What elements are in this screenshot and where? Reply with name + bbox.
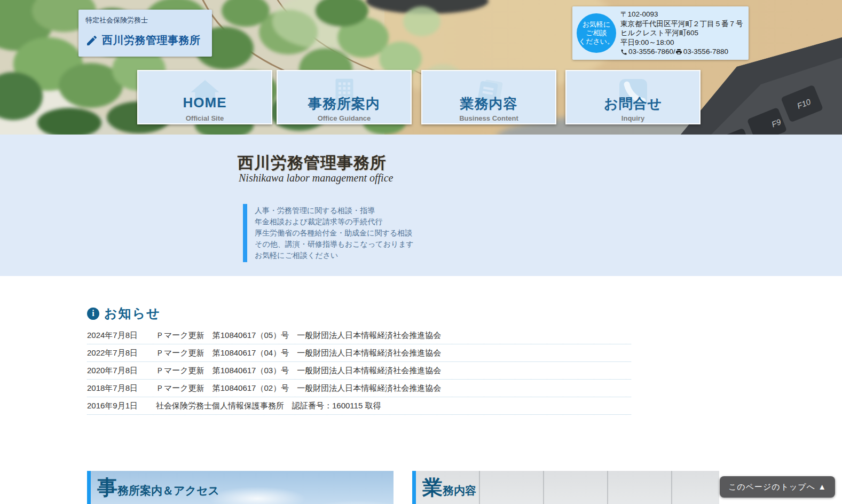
address-line2: ヒルクレスト平河町605 <box>620 28 743 38</box>
section-title-lead-char: 業 <box>422 476 443 499</box>
news-date: 2016年9月1日 <box>87 401 156 411</box>
news-text: Ｐマーク更新 第10840617（03）号 一般財団法人日本情報経済社会推進協会 <box>156 366 631 376</box>
logo-office-name: 西川労務管理事務所 <box>102 33 201 48</box>
postal-code: 〒102-0093 <box>620 10 743 19</box>
pencil-icon <box>85 34 98 47</box>
fax-icon <box>675 49 683 56</box>
news-row: 2018年7月8日 Ｐマーク更新 第10840617（02）号 一般財団法人日本… <box>87 380 631 397</box>
nav-home-label: HOME <box>138 94 271 111</box>
nav-home-button[interactable]: HOME Official Site <box>137 70 272 124</box>
page-subtitle: Nishikawa labor management office <box>239 172 393 184</box>
news-text: Ｐマーク更新 第10840617（02）号 一般財団法人日本情報経済社会推進協会 <box>156 383 631 393</box>
header-photo: F9 F10 特定社会保険労務士 西川労務管理事務所 お気軽に ご相談 ください… <box>0 0 842 135</box>
back-to-top-button[interactable]: このページのトップへ ▲ <box>720 476 835 498</box>
nav-business-content-label: 業務内容 <box>422 94 555 113</box>
service-item: その他、講演・研修指導もおこなっております <box>255 239 414 250</box>
section-title-rest: 務所案内＆アクセス <box>117 484 219 497</box>
services-list: 人事・労務管理に関する相談・指導 年金相談および裁定請求等の手続代行 厚生労働省… <box>243 204 414 262</box>
page-title: 西川労務管理事務所 <box>238 152 387 174</box>
nav-business-content-button[interactable]: 業務内容 Business Content <box>421 70 556 124</box>
news-list: 2024年7月8日 Ｐマーク更新 第10840617（05）号 一般財団法人日本… <box>87 327 631 415</box>
logo-qualification: 特定社会保険労務士 <box>85 15 148 25</box>
section-business-content-title: 業務内容 <box>422 474 476 501</box>
phone-receiver-icon <box>620 49 628 56</box>
section-title-lead-char: 事 <box>97 476 117 499</box>
site-logo[interactable]: 特定社会保険労務士 西川労務管理事務所 <box>78 10 212 57</box>
fax-number: 03-3556-7880 <box>683 47 728 57</box>
consultation-badge: お気軽に ご相談 ください。 <box>577 13 616 53</box>
hero-band: 西川労務管理事務所 Nishikawa labor management off… <box>0 135 842 276</box>
news-text: 社会保険労務士個人情報保護事務所 認証番号：1600115 取得 <box>156 401 631 411</box>
section-office-access: 事務所案内＆アクセス <box>87 471 394 504</box>
address-line1: 東京都千代田区平河町２丁目５番７号 <box>620 19 743 29</box>
nav-inquiry-sublabel: Inquiry <box>566 114 699 122</box>
news-date: 2024年7月8日 <box>87 330 156 341</box>
news-heading-label: お知らせ <box>104 305 161 322</box>
nav-office-guidance-sublabel: Office Guidance <box>278 114 411 122</box>
info-icon: i <box>87 308 99 320</box>
nav-business-content-sublabel: Business Content <box>422 114 555 122</box>
news-row: 2016年9月1日 社会保険労務士個人情報保護事務所 認証番号：1600115 … <box>87 397 631 415</box>
nav-inquiry-button[interactable]: お問合せ Inquiry <box>565 70 701 124</box>
business-hours: 平日9:00～18:00 <box>620 38 743 48</box>
nav-office-guidance-label: 事務所案内 <box>278 94 411 113</box>
news-heading: i お知らせ <box>87 305 161 322</box>
nav-office-guidance-button[interactable]: 事務所案内 Office Guidance <box>277 70 412 124</box>
news-text: Ｐマーク更新 第10840617（04）号 一般財団法人日本情報経済社会推進協会 <box>156 348 631 358</box>
news-text: Ｐマーク更新 第10840617（05）号 一般財団法人日本情報経済社会推進協会 <box>156 330 631 341</box>
news-row: 2022年7月8日 Ｐマーク更新 第10840617（04）号 一般財団法人日本… <box>87 344 631 362</box>
section-title-rest: 務内容 <box>443 484 476 497</box>
news-date: 2022年7月8日 <box>87 348 156 358</box>
phone-number: 03-3556-7860 <box>628 47 673 57</box>
service-item: 厚生労働省の各種給付金・助成金に関する相談 <box>255 227 414 239</box>
service-item: 人事・労務管理に関する相談・指導 <box>255 205 414 216</box>
nav-inquiry-label: お問合せ <box>566 94 699 113</box>
section-business-content: 業務内容 <box>412 471 719 504</box>
nav-home-sublabel: Official Site <box>138 114 271 122</box>
news-row: 2024年7月8日 Ｐマーク更新 第10840617（05）号 一般財団法人日本… <box>87 327 631 344</box>
service-item: お気軽にご相談ください <box>255 250 414 261</box>
news-date: 2020年7月8日 <box>87 366 156 376</box>
contact-info-panel: お気軽に ご相談 ください。 〒102-0093 東京都千代田区平河町２丁目５番… <box>572 6 749 60</box>
section-office-access-title: 事務所案内＆アクセス <box>97 474 219 501</box>
news-row: 2020年7月8日 Ｐマーク更新 第10840617（03）号 一般財団法人日本… <box>87 362 631 380</box>
news-date: 2018年7月8日 <box>87 383 156 393</box>
service-item: 年金相談および裁定請求等の手続代行 <box>255 216 414 227</box>
